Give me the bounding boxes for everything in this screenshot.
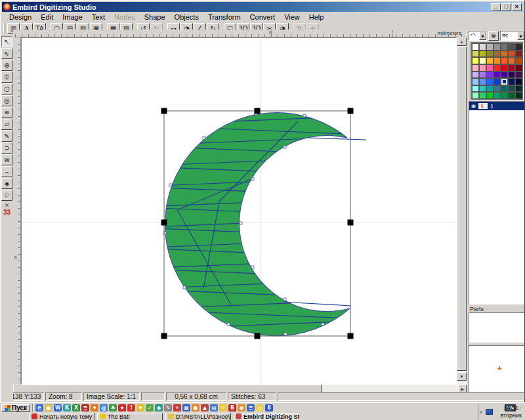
tool-edit-nodes[interactable]: ⇖ xyxy=(1,48,12,59)
tray-chevron[interactable]: « xyxy=(480,409,486,415)
palette-swatch[interactable] xyxy=(486,57,494,64)
palette-swatch[interactable] xyxy=(486,78,494,85)
palette-swatch[interactable] xyxy=(494,92,501,99)
quicklaunch-icon[interactable]: ★ xyxy=(118,404,126,411)
quicklaunch-icon[interactable]: ▦ xyxy=(182,404,190,411)
tool-freehand[interactable]: ✎ xyxy=(1,131,12,142)
quicklaunch-icon[interactable]: ▱ xyxy=(256,404,264,411)
quicklaunch-icon[interactable]: ! xyxy=(127,404,135,411)
palette-swatch[interactable] xyxy=(479,78,486,85)
start-button[interactable]: Пуск xyxy=(1,404,30,412)
palette-swatch[interactable] xyxy=(472,72,479,79)
palette-swatch[interactable] xyxy=(501,78,508,85)
parts-list[interactable] xyxy=(469,312,525,343)
tool-select[interactable]: ↖ xyxy=(1,36,12,47)
palette-swatch[interactable] xyxy=(472,57,479,64)
taskbar-button[interactable]: The Bat! xyxy=(97,413,163,420)
menu-transform[interactable]: Transform xyxy=(204,12,245,22)
palette-swatch[interactable] xyxy=(472,64,479,72)
palette-swatch[interactable] xyxy=(472,92,479,99)
restore-button[interactable]: □ xyxy=(501,3,511,11)
palette-swatch[interactable] xyxy=(515,43,522,51)
palette-swatch[interactable] xyxy=(508,78,515,85)
palette-swatch[interactable] xyxy=(494,85,501,93)
palette-swatch[interactable] xyxy=(508,92,515,99)
quicklaunch-icon[interactable]: ◉ xyxy=(238,404,245,411)
palette-swatch[interactable] xyxy=(486,43,494,51)
quicklaunch-icon[interactable]: ♦ xyxy=(91,404,98,411)
tool-connection[interactable]: ⊃ xyxy=(1,142,12,154)
taskbar-button[interactable]: Начать новую тему :: B... xyxy=(29,413,94,420)
tool-zoom[interactable]: ⊕ xyxy=(1,60,12,71)
palette-swatch[interactable] xyxy=(508,51,515,58)
minimize-button[interactable]: _ xyxy=(491,3,501,11)
close-button[interactable]: × xyxy=(512,3,522,11)
tool-hatch-fill[interactable]: ≋ xyxy=(1,107,12,118)
tool-fill-area[interactable]: ○ xyxy=(1,83,12,94)
quicklaunch-icon[interactable]: B xyxy=(228,404,236,411)
quicklaunch-icon[interactable]: ▲ xyxy=(201,404,209,411)
menu-convert[interactable]: Convert xyxy=(246,12,280,22)
tool-arc[interactable]: ⌢ xyxy=(1,166,12,177)
palette-swatch[interactable] xyxy=(479,85,486,93)
quicklaunch-icon[interactable]: ≡ xyxy=(247,404,255,411)
menu-edit[interactable]: Edit xyxy=(37,12,57,22)
menu-objects[interactable]: Objects xyxy=(171,12,203,22)
palette-swatch[interactable] xyxy=(479,72,486,79)
palette-swatch[interactable] xyxy=(501,57,508,64)
scroll-down-button[interactable]: ▼ xyxy=(457,372,467,381)
menu-design[interactable]: Design xyxy=(5,12,35,22)
quicklaunch-icon[interactable]: X xyxy=(72,404,80,411)
curve-style-combo[interactable]: ◠ ▼ xyxy=(469,31,487,41)
quicklaunch-icon[interactable]: ≡ xyxy=(81,404,89,411)
design-canvas[interactable] xyxy=(21,37,457,385)
palette-swatch[interactable] xyxy=(508,43,515,51)
vscroll-thumb[interactable] xyxy=(457,47,467,371)
palette-swatch[interactable] xyxy=(501,64,508,72)
menu-shape[interactable]: Shape xyxy=(140,12,169,22)
quicklaunch-icon[interactable]: W xyxy=(54,404,62,411)
palette-swatch[interactable] xyxy=(479,51,486,58)
tool-outline-area[interactable]: ◎ xyxy=(1,95,12,106)
menu-text[interactable]: Text xyxy=(88,12,109,22)
layer-row-selected[interactable]: ◉ ☾ 1 xyxy=(469,102,524,110)
palette-swatch[interactable] xyxy=(479,92,486,99)
palette-swatch[interactable] xyxy=(472,43,479,51)
quicklaunch-icon[interactable]: ♣ xyxy=(109,404,117,411)
palette-swatch[interactable] xyxy=(479,64,486,72)
visibility-eye-icon[interactable]: ◉ xyxy=(471,103,476,109)
quicklaunch-icon[interactable]: K xyxy=(63,404,71,411)
palette-swatch[interactable] xyxy=(515,72,522,79)
scroll-up-button[interactable]: ▲ xyxy=(457,37,467,46)
palette-swatch[interactable] xyxy=(508,85,515,93)
palette-swatch[interactable] xyxy=(501,85,508,93)
crescent-object[interactable] xyxy=(165,113,350,336)
palette-swatch[interactable] xyxy=(494,72,501,79)
palette-swatch[interactable] xyxy=(508,64,515,72)
palette-swatch[interactable] xyxy=(479,57,486,64)
vertical-scrollbar[interactable]: ▲ ▼ xyxy=(457,37,467,385)
palette-swatch[interactable] xyxy=(515,92,522,99)
palette-swatch[interactable] xyxy=(515,57,522,64)
palette-swatch[interactable] xyxy=(494,64,501,72)
palette-swatch[interactable] xyxy=(494,51,501,58)
palette-swatch[interactable] xyxy=(501,43,508,51)
palette-swatch[interactable] xyxy=(508,57,515,64)
tool-manual-stitch[interactable]: w xyxy=(1,154,12,165)
tool-satin-column[interactable]: ▱ xyxy=(1,119,12,130)
palette-swatch[interactable] xyxy=(494,78,501,85)
chevron-down-icon[interactable]: ▼ xyxy=(517,32,524,40)
tool-shape-library[interactable]: ◈ xyxy=(1,178,12,189)
quicklaunch-icon[interactable]: e xyxy=(35,404,43,411)
quicklaunch-icon[interactable]: ● xyxy=(192,404,200,411)
layer-list[interactable]: ◉ ☾ 1 xyxy=(469,101,525,304)
thread-spool-button[interactable]: ◉ xyxy=(488,31,499,41)
thread-catalog-combo[interactable]: #c ▼ xyxy=(500,31,525,41)
network-tray-icon[interactable] xyxy=(486,409,493,415)
palette-swatch[interactable] xyxy=(501,72,508,79)
quicklaunch-icon[interactable]: ◆ xyxy=(155,404,163,411)
quicklaunch-icon[interactable]: ✳ xyxy=(173,404,181,411)
palette-swatch[interactable] xyxy=(515,78,522,85)
palette-swatch[interactable] xyxy=(501,51,508,58)
palette-swatch[interactable] xyxy=(472,78,479,85)
